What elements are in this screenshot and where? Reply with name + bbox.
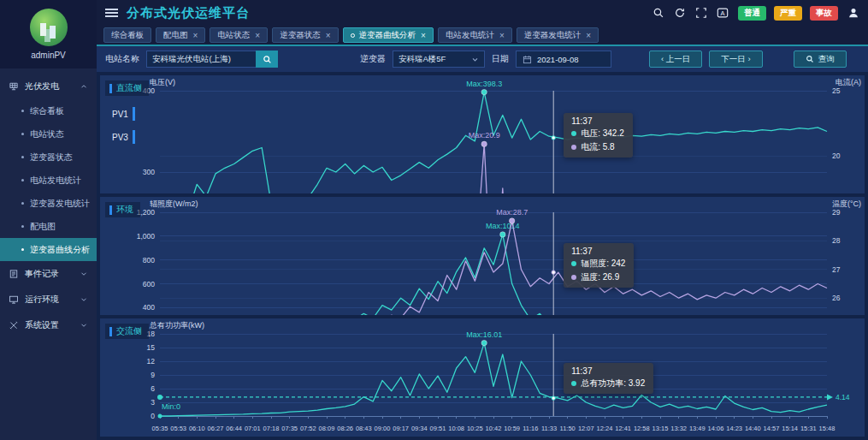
inverter-select-value: 安科瑞A楼5F — [399, 54, 446, 65]
chart-panel-env: 环境1,2001,0008006004002000292827262524辐照度… — [100, 197, 865, 315]
translate-icon[interactable]: A — [717, 7, 729, 19]
svg-text:06:27: 06:27 — [208, 425, 224, 432]
sidebar-item-逆变器状态[interactable]: 逆变器状态 — [0, 146, 97, 169]
svg-text:4.14: 4.14 — [836, 393, 850, 401]
chart-canvas-ac[interactable]: 1815129630总有功功率(kW)05:3505:5306:1006:270… — [100, 318, 865, 437]
legend-item-PV3[interactable]: PV3 — [112, 130, 135, 144]
svg-text:08:26: 08:26 — [337, 425, 353, 432]
sidebar: adminPV 光伏发电综合看板电站状态逆变器状态电站发电统计逆变器发电统计配电… — [0, 0, 97, 440]
close-icon[interactable]: × — [255, 31, 260, 40]
svg-text:20: 20 — [832, 152, 841, 160]
sidebar-item-电站发电统计[interactable]: 电站发电统计 — [0, 169, 97, 192]
tab-逆变器曲线分析[interactable]: 逆变器曲线分析× — [343, 27, 434, 43]
svg-text:温度(°C): 温度(°C) — [832, 199, 861, 208]
prev-day-button[interactable]: ‹ 上一日 — [649, 51, 702, 68]
fullscreen-icon[interactable] — [695, 7, 707, 19]
svg-text:08:09: 08:09 — [319, 425, 335, 432]
inverter-select[interactable]: 安科瑞A楼5F — [393, 51, 485, 68]
svg-text:07:35: 07:35 — [281, 425, 298, 432]
close-icon[interactable]: × — [421, 31, 426, 40]
svg-text:07:18: 07:18 — [263, 425, 280, 432]
tab-电站发电统计[interactable]: 电站发电统计× — [438, 27, 512, 43]
chevron-down-icon — [80, 321, 88, 330]
tab-配电图[interactable]: 配电图× — [156, 27, 205, 43]
query-button-label: 查询 — [818, 54, 835, 65]
svg-text:6: 6 — [151, 384, 155, 393]
sidebar-item-逆变器发电统计[interactable]: 逆变器发电统计 — [0, 192, 97, 215]
close-icon[interactable]: × — [586, 31, 591, 40]
tab-逆变器状态[interactable]: 逆变器状态× — [272, 27, 338, 43]
svg-text:12:41: 12:41 — [615, 425, 631, 432]
filterbar: 电站名称 逆变器 安科瑞A楼5F 日期 2021-09-08 ‹ 上一日 下一日… — [97, 46, 868, 72]
alarm-badge-2[interactable]: 事故 — [810, 6, 838, 21]
chart-canvas-dc[interactable]: 40030020010002520151050电压(V)电流(A)05:3505… — [100, 75, 865, 193]
tab-逆变器发电统计[interactable]: 逆变器发电统计× — [517, 27, 599, 43]
bullet-icon — [21, 110, 24, 112]
svg-text:10:08: 10:08 — [448, 425, 464, 432]
menu-toggle-icon[interactable] — [105, 12, 118, 14]
svg-text:13:15: 13:15 — [652, 425, 669, 432]
tab-电站状态[interactable]: 电站状态× — [210, 27, 268, 43]
svg-text:Max:398.3: Max:398.3 — [466, 80, 502, 88]
search-icon[interactable] — [652, 7, 664, 19]
alarm-badge-1[interactable]: 严重 — [774, 6, 802, 21]
svg-text:电压(V): 电压(V) — [150, 78, 175, 86]
svg-text:1,000: 1,000 — [137, 232, 156, 241]
legend-item-PV1[interactable]: PV1 — [112, 107, 135, 121]
section-tag-交流侧: 交流侧 — [105, 324, 149, 339]
tab-综合看板[interactable]: 综合看板 — [103, 27, 151, 43]
topbar-icons: A 普通严重事故 — [652, 6, 859, 21]
svg-text:600: 600 — [143, 280, 155, 288]
sidebar-group-2[interactable]: 运行环境 — [0, 287, 97, 312]
svg-text:27: 27 — [832, 265, 841, 274]
sidebar-item-电站状态[interactable]: 电站状态 — [0, 122, 97, 146]
svg-text:Max:20.9: Max:20.9 — [469, 131, 500, 140]
svg-text:25: 25 — [832, 86, 841, 95]
svg-text:13:49: 13:49 — [689, 425, 706, 432]
svg-text:15:31: 15:31 — [800, 425, 817, 432]
close-icon[interactable]: × — [193, 31, 198, 40]
bullet-icon — [21, 156, 24, 158]
sidebar-item-配电图[interactable]: 配电图 — [0, 215, 97, 238]
next-day-button[interactable]: 下一日 › — [709, 51, 762, 68]
refresh-icon[interactable] — [674, 7, 686, 19]
close-icon[interactable]: × — [499, 31, 505, 40]
user-icon[interactable] — [847, 7, 859, 19]
svg-text:3: 3 — [151, 398, 155, 407]
svg-text:11:16: 11:16 — [523, 425, 538, 432]
tabbar: 综合看板配电图×电站状态×逆变器状态×逆变器曲线分析×电站发电统计×逆变器发电统… — [97, 26, 868, 46]
active-dot-icon — [351, 33, 355, 38]
bullet-icon — [21, 202, 24, 205]
svg-text:15:48: 15:48 — [819, 425, 836, 432]
sidebar-group-1[interactable]: 事件记录 — [0, 261, 97, 287]
svg-text:07:52: 07:52 — [300, 425, 316, 432]
svg-text:9: 9 — [151, 371, 155, 379]
station-input[interactable] — [146, 51, 256, 68]
date-value: 2021-09-08 — [537, 55, 579, 64]
username: adminPV — [31, 51, 66, 60]
sidebar-menu: 光伏发电综合看板电站状态逆变器状态电站发电统计逆变器发电统计配电图逆变器曲线分析… — [0, 68, 97, 338]
date-input[interactable]: 2021-09-08 — [516, 51, 611, 68]
sidebar-group-0[interactable]: 光伏发电 — [0, 74, 97, 99]
svg-text:800: 800 — [143, 256, 155, 265]
section-bar — [109, 84, 112, 93]
svg-text:Min:0: Min:0 — [162, 402, 180, 411]
query-button[interactable]: 查询 — [794, 51, 847, 68]
svg-text:09:34: 09:34 — [411, 425, 428, 432]
page-title: 分布式光伏运维平台 — [127, 5, 250, 21]
svg-text:13:32: 13:32 — [670, 425, 687, 432]
alarm-badge-0[interactable]: 普通 — [738, 6, 766, 21]
alarm-badges: 普通严重事故 — [738, 6, 838, 21]
solar-panel-icon — [9, 81, 19, 92]
sidebar-item-逆变器曲线分析[interactable]: 逆变器曲线分析 — [0, 238, 97, 261]
chart-canvas-env[interactable]: 1,2001,0008006004002000292827262524辐照度(W… — [100, 197, 865, 315]
sidebar-group-3[interactable]: 系统设置 — [0, 312, 97, 338]
sidebar-item-综合看板[interactable]: 综合看板 — [0, 99, 97, 122]
svg-text:0: 0 — [151, 412, 155, 420]
logo-image — [30, 9, 68, 46]
svg-text:06:10: 06:10 — [189, 425, 205, 432]
svg-text:300: 300 — [143, 168, 155, 176]
station-search-button[interactable] — [256, 51, 278, 68]
close-icon[interactable]: × — [326, 31, 331, 40]
svg-text:28: 28 — [832, 236, 841, 245]
